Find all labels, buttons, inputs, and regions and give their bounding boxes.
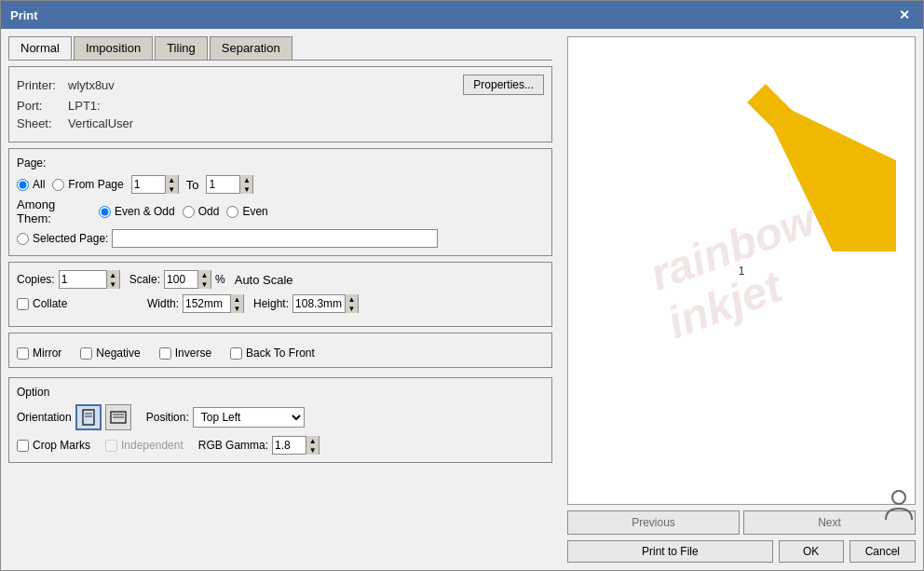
- landscape-button[interactable]: [105, 404, 131, 430]
- rgb-gamma-spin[interactable]: 1.8 ▲ ▼: [272, 436, 319, 455]
- selected-page-radio-label[interactable]: Selected Page:: [17, 232, 108, 245]
- portrait-button[interactable]: [75, 404, 102, 430]
- svg-rect-0: [83, 410, 94, 425]
- height-input[interactable]: 108.3mm: [293, 295, 345, 312]
- from-page-up[interactable]: ▲: [165, 175, 178, 184]
- negative-checkbox[interactable]: [80, 347, 92, 360]
- scale-input[interactable]: 100: [165, 271, 197, 288]
- all-radio[interactable]: [17, 179, 29, 191]
- tab-normal[interactable]: Normal: [8, 36, 72, 60]
- among-row: Among Them: Even & Odd Odd Even: [17, 197, 544, 225]
- mirror-label[interactable]: Mirror: [17, 347, 61, 360]
- from-page-down[interactable]: ▼: [165, 184, 178, 194]
- scale-label: Scale:: [129, 273, 160, 286]
- rgb-gamma-up[interactable]: ▲: [306, 436, 319, 445]
- scale-group: Scale: 100 ▲ ▼ %: [129, 270, 225, 289]
- from-page-radio-label[interactable]: From Page: [52, 178, 123, 191]
- from-page-spin[interactable]: 1 ▲ ▼: [131, 175, 179, 194]
- even-radio[interactable]: [226, 206, 238, 218]
- crop-marks-checkbox[interactable]: [17, 440, 29, 452]
- even-label[interactable]: Even: [226, 205, 267, 218]
- right-panel: rainbowinkjet 1: [560, 29, 923, 570]
- position-select[interactable]: Top Left Top Center Top Right Center Lef…: [193, 407, 305, 428]
- svg-point-8: [892, 491, 905, 504]
- height-label: Height:: [253, 297, 289, 310]
- svg-line-7: [756, 93, 877, 214]
- tab-tiling[interactable]: Tiling: [155, 36, 208, 60]
- rgb-gamma-input[interactable]: 1.8: [273, 437, 306, 454]
- nav-buttons: Previous Next: [567, 510, 916, 535]
- print-dialog: Print ✕ Normal Imposition Tiling Separat…: [0, 0, 924, 571]
- close-button[interactable]: ✕: [895, 6, 914, 24]
- to-page-down[interactable]: ▼: [239, 184, 252, 194]
- back-to-front-label[interactable]: Back To Front: [230, 347, 315, 360]
- odd-radio[interactable]: [183, 206, 195, 218]
- scale-down[interactable]: ▼: [197, 279, 211, 289]
- rgb-gamma-down[interactable]: ▼: [306, 445, 319, 455]
- width-label: Width:: [147, 297, 179, 310]
- selected-page-radio[interactable]: [17, 233, 29, 245]
- independent-label[interactable]: Independent: [105, 439, 183, 452]
- preview-page-number: 1: [739, 265, 745, 278]
- all-radio-label[interactable]: All: [17, 178, 45, 191]
- previous-button[interactable]: Previous: [567, 510, 740, 535]
- printer-value: wlytx8uv: [68, 78, 115, 92]
- to-page-input[interactable]: 1: [207, 176, 239, 193]
- height-spin[interactable]: 108.3mm ▲ ▼: [292, 294, 359, 313]
- tab-separation[interactable]: Separation: [210, 36, 292, 60]
- back-to-front-checkbox[interactable]: [230, 347, 242, 360]
- content-area: Normal Imposition Tiling Separation Prin…: [1, 29, 923, 570]
- rgb-gamma-group: RGB Gamma: 1.8 ▲ ▼: [198, 436, 319, 455]
- crop-marks-label[interactable]: Crop Marks: [17, 439, 90, 452]
- scale-spin[interactable]: 100 ▲ ▼: [164, 270, 211, 289]
- collate-checkbox[interactable]: [17, 298, 29, 310]
- even-odd-label[interactable]: Even & Odd: [99, 205, 175, 218]
- properties-button[interactable]: Properties...: [463, 75, 544, 95]
- printer-info-box: Printer: wlytx8uv Properties... Port: LP…: [8, 66, 552, 143]
- width-up[interactable]: ▲: [230, 294, 243, 304]
- to-page-spin[interactable]: 1 ▲ ▼: [206, 175, 253, 194]
- copies-up[interactable]: ▲: [106, 270, 119, 279]
- independent-checkbox[interactable]: [105, 440, 117, 452]
- height-down[interactable]: ▼: [345, 304, 358, 313]
- width-input[interactable]: 152mm: [183, 295, 230, 312]
- even-odd-radio[interactable]: [99, 206, 111, 218]
- port-row: Port: LPT1:: [17, 99, 544, 113]
- sheet-label: Sheet:: [17, 116, 68, 130]
- sheet-row: Sheet: VerticalUser: [17, 116, 544, 130]
- position-group: Position: Top Left Top Center Top Right …: [146, 407, 305, 428]
- cancel-button[interactable]: Cancel: [849, 540, 916, 563]
- height-group: Height: 108.3mm ▲ ▼: [253, 294, 359, 313]
- inverse-checkbox[interactable]: [159, 347, 171, 360]
- to-label: To: [186, 178, 199, 192]
- negative-label[interactable]: Negative: [80, 347, 140, 360]
- copies-input[interactable]: 1: [60, 271, 106, 288]
- collate-label: Collate: [33, 297, 67, 310]
- to-page-up[interactable]: ▲: [239, 175, 252, 184]
- copies-spin[interactable]: 1 ▲ ▼: [59, 270, 120, 289]
- copies-down[interactable]: ▼: [106, 279, 119, 289]
- arrow-icon: [728, 65, 896, 252]
- odd-label[interactable]: Odd: [183, 205, 220, 218]
- width-height-row: Collate Width: 152mm ▲ ▼ Heigh: [17, 294, 544, 313]
- ok-button[interactable]: OK: [779, 540, 844, 563]
- print-to-file-button[interactable]: Print to File: [567, 540, 773, 563]
- selected-page-input[interactable]: [112, 229, 438, 248]
- scale-up[interactable]: ▲: [197, 270, 211, 279]
- option-section: Option Orientation: [8, 377, 552, 463]
- inverse-label[interactable]: Inverse: [159, 347, 211, 360]
- orientation-buttons: [75, 404, 131, 430]
- width-down[interactable]: ▼: [230, 304, 243, 313]
- copies-section: Copies: 1 ▲ ▼ Scale: 100: [8, 262, 552, 327]
- from-page-radio[interactable]: [52, 179, 64, 191]
- from-page-input[interactable]: 1: [132, 176, 165, 193]
- port-label: Port:: [17, 99, 68, 113]
- action-buttons: Print to File OK Cancel: [567, 540, 916, 563]
- tab-imposition[interactable]: Imposition: [74, 36, 153, 60]
- page-radio-row: All From Page 1 ▲ ▼ To: [17, 175, 544, 194]
- copies-scale-row: Copies: 1 ▲ ▼ Scale: 100: [17, 270, 544, 289]
- options-row: Mirror Negative Inverse Back To Front: [17, 347, 544, 360]
- height-up[interactable]: ▲: [345, 294, 358, 304]
- mirror-checkbox[interactable]: [17, 347, 29, 360]
- width-spin[interactable]: 152mm ▲ ▼: [183, 294, 244, 313]
